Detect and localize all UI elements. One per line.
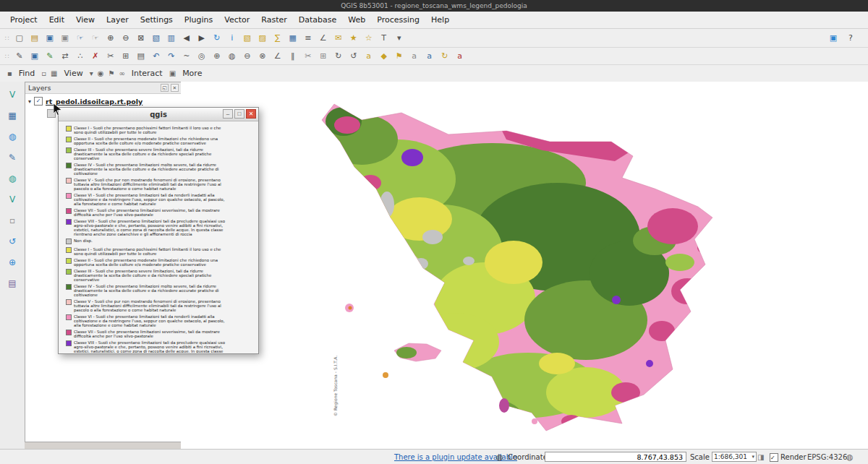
lock-icon[interactable]: ▪ <box>7 69 12 77</box>
zoom-to-selection-icon[interactable]: ▧ <box>149 31 163 45</box>
menu-item[interactable]: Plugins <box>179 14 218 26</box>
delete-ring-icon[interactable]: ⊖ <box>240 49 255 63</box>
add-vector-layer-icon[interactable]: V <box>4 87 20 102</box>
text-annotation-icon[interactable]: T <box>377 31 391 45</box>
move-label-icon[interactable]: a <box>422 49 437 63</box>
find-box-icon[interactable]: ▫ <box>41 69 46 77</box>
view-chevron-icon[interactable]: ▾ <box>90 69 93 77</box>
whats-this-icon[interactable]: ? <box>843 31 858 45</box>
show-bookmarks-icon[interactable]: ☆ <box>362 31 376 45</box>
save-project-icon[interactable]: ▣ <box>43 31 57 45</box>
move-feature-icon[interactable]: ⇄ <box>58 49 72 63</box>
deselect-all-icon[interactable]: ▨ <box>255 31 270 45</box>
view-label[interactable]: View <box>62 68 85 79</box>
dialog-close-button[interactable]: ✕ <box>246 109 256 119</box>
merge-features-icon[interactable]: ⊞ <box>316 49 331 63</box>
map-tips-icon[interactable]: ✉ <box>331 31 346 45</box>
more-label[interactable]: More <box>180 68 204 79</box>
link-infinity-icon[interactable]: ∞ <box>119 69 124 77</box>
globe-icon[interactable]: ◍ <box>496 450 503 464</box>
menu-item[interactable]: Edit <box>43 14 70 26</box>
zoom-tool-icon[interactable]: ⊕ <box>4 255 20 270</box>
interact-label[interactable]: Interact <box>129 68 165 79</box>
window-titlebar[interactable]: QGIS 8b53001 - regione_toscana_wms_legen… <box>0 0 868 12</box>
copy-features-icon[interactable]: ⊞ <box>119 49 133 63</box>
coordinate-input[interactable] <box>545 452 686 462</box>
node-tool-icon[interactable]: ∴ <box>73 49 88 63</box>
layer-visibility-checkbox[interactable]: ✓ <box>34 97 43 106</box>
rotate-feature-icon[interactable]: ↻ <box>331 49 346 63</box>
add-spatialite-layer-icon[interactable]: ✎ <box>4 150 20 165</box>
scale-combo[interactable]: 1:686,301 ▾ <box>712 452 757 462</box>
pin-icon[interactable]: ◉ <box>98 69 104 77</box>
cut-features-icon[interactable]: ✂ <box>103 49 118 63</box>
toggle-editing-icon[interactable]: ✎ <box>12 49 27 63</box>
zoom-out-icon[interactable]: ⊖ <box>119 31 133 45</box>
save-edits-icon[interactable]: ▣ <box>27 49 42 63</box>
zoom-full-icon[interactable]: ⊠ <box>134 31 148 45</box>
offset-curve-icon[interactable]: ‖ <box>286 49 300 63</box>
menu-item[interactable]: Web <box>342 14 371 26</box>
select-by-expression-icon[interactable]: ∑ <box>271 31 285 45</box>
image-layer-icon[interactable]: ▤ <box>4 276 20 291</box>
add-ring-icon[interactable]: ◎ <box>195 49 209 63</box>
web-service-refresh-icon[interactable]: ↺ <box>4 234 20 249</box>
delete-selected-icon[interactable]: ✗ <box>88 49 103 63</box>
map-canvas[interactable]: © Regione Toscana - S.I.T.A. <box>181 82 868 450</box>
flag-icon[interactable]: ⚑ <box>108 69 114 77</box>
field-calculator-icon[interactable]: ≡ <box>301 31 315 45</box>
layer-diagram-icon[interactable]: ◆ <box>377 49 391 63</box>
menu-item[interactable]: View <box>70 14 101 26</box>
magnifier-level-icon[interactable]: ◨ <box>757 450 764 464</box>
delete-part-icon[interactable]: ⊗ <box>255 49 270 63</box>
map-refresh-icon[interactable]: ↻ <box>210 31 224 45</box>
menu-item[interactable]: Help <box>425 14 455 26</box>
add-postgis-layer-icon[interactable]: ◍ <box>4 171 20 186</box>
grid-icon[interactable]: ▦ <box>51 69 57 77</box>
zoom-to-layer-icon[interactable]: ▥ <box>164 31 179 45</box>
new-shapefile-icon[interactable]: V <box>4 192 20 207</box>
toolbar-drag-handle[interactable]: ∷ <box>3 35 12 42</box>
reshape-features-icon[interactable]: ∠ <box>271 49 285 63</box>
layers-panel-close-button[interactable]: ✕ <box>171 84 179 92</box>
open-project-icon[interactable]: ▤ <box>27 31 42 45</box>
layer-options-icon[interactable]: ▫ <box>4 213 20 228</box>
zoom-next-icon[interactable]: ▶ <box>195 31 209 45</box>
python-console-icon[interactable]: ▣ <box>826 31 841 45</box>
menu-item[interactable]: Database <box>293 14 343 26</box>
layer-expand-arrow[interactable]: ▾ <box>28 98 31 105</box>
split-features-icon[interactable]: ✂ <box>301 49 315 63</box>
layers-panel-float-button[interactable]: ◱ <box>161 84 169 92</box>
highlight-pinned-labels-icon[interactable]: a <box>407 49 422 63</box>
add-feature-icon[interactable]: ✎ <box>43 49 57 63</box>
fill-ring-icon[interactable]: ◍ <box>225 49 239 63</box>
epsg-status[interactable]: EPSG:4326 <box>807 450 847 464</box>
menu-item[interactable]: Layer <box>101 14 135 26</box>
menu-item[interactable]: Settings <box>135 14 179 26</box>
undo-icon[interactable]: ↶ <box>149 49 163 63</box>
simplify-feature-icon[interactable]: ~ <box>179 49 194 63</box>
rotate-label-icon[interactable]: ↻ <box>438 49 452 63</box>
attribute-table-icon[interactable]: ▦ <box>286 31 300 45</box>
pin-labels-icon[interactable]: ⚑ <box>392 49 407 63</box>
pan-map-icon[interactable]: ☞ <box>73 31 88 45</box>
change-label-icon[interactable]: a <box>453 49 467 63</box>
menu-item[interactable]: Raster <box>255 14 292 26</box>
dialog-minimize-button[interactable]: – <box>223 109 233 119</box>
toolbar-drag-handle[interactable]: ∷ <box>3 53 12 60</box>
rotate-point-symbols-icon[interactable]: ↺ <box>346 49 361 63</box>
measure-icon[interactable]: ∠ <box>316 31 331 45</box>
find-label[interactable]: Find <box>17 68 38 79</box>
identify-features-icon[interactable]: i <box>225 31 239 45</box>
legend-dialog-titlebar[interactable]: qgis – □ ✕ <box>59 108 258 121</box>
pan-to-selection-icon[interactable]: ☞ <box>88 31 103 45</box>
menu-item[interactable]: Processing <box>371 14 425 26</box>
add-raster-layer-icon[interactable]: ▦ <box>4 108 20 123</box>
layer-labeling-icon[interactable]: a <box>362 49 376 63</box>
zoom-in-icon[interactable]: ⊕ <box>103 31 118 45</box>
annotation-dropdown-icon[interactable]: ▾ <box>392 31 407 45</box>
new-project-icon[interactable]: ▢ <box>12 31 27 45</box>
interact-grid-icon[interactable]: ▣ <box>169 69 176 77</box>
dialog-maximize-button[interactable]: □ <box>234 109 244 119</box>
paste-features-icon[interactable]: ▤ <box>134 49 148 63</box>
